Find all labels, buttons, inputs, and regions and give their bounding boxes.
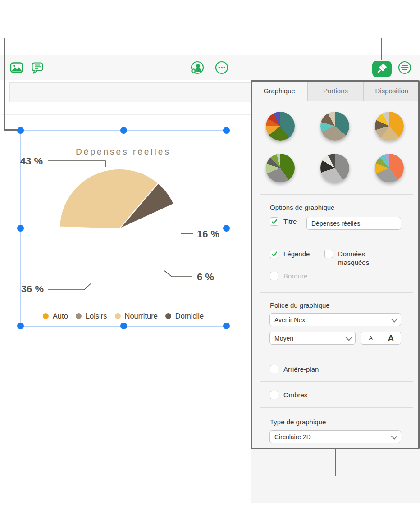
- border-checkbox[interactable]: [270, 272, 278, 280]
- callout-36: [48, 283, 91, 290]
- selection-handle-top-right[interactable]: [223, 127, 230, 134]
- title-checkbox-label: Titre: [283, 217, 297, 226]
- organize-icon[interactable]: [397, 60, 412, 75]
- chart-style-thumbnail-2[interactable]: [320, 112, 349, 141]
- shadows-checkbox-row: Ombres: [270, 391, 307, 399]
- selection-handle-top-left[interactable]: [17, 127, 24, 134]
- callout-line-format-button: [381, 38, 382, 60]
- format-paintbrush-icon: [372, 61, 392, 77]
- legend-checkbox-label: Légende: [283, 250, 310, 258]
- legend-label: Nourriture: [125, 312, 158, 320]
- chart-style-thumbnail-5[interactable]: [320, 154, 349, 182]
- increase-font-size-button[interactable]: A: [381, 332, 401, 344]
- background-checkbox-label: Arrière-plan: [283, 365, 319, 373]
- callout-line-left-horizontal: [4, 129, 18, 131]
- font-family-dropdown[interactable]: Avenir Next: [269, 313, 401, 326]
- title-checkbox[interactable]: [270, 217, 278, 226]
- selection-handle-bottom-right[interactable]: [223, 323, 230, 329]
- hidden-data-line2: masquées: [338, 259, 369, 266]
- border-checkbox-label: Bordure: [283, 272, 307, 280]
- font-size-segmented-control: A A: [361, 332, 401, 345]
- chevron-down-icon: [388, 431, 401, 443]
- font-weight-value: Moyen: [270, 335, 342, 342]
- slice-label-auto: 16 %: [197, 229, 219, 240]
- font-family-value: Avenir Next: [270, 316, 388, 323]
- legend-swatch-domicile: [165, 313, 171, 319]
- pie-slice-nourriture[interactable]: [59, 169, 158, 229]
- chevron-down-icon: [342, 332, 355, 344]
- chart-title-input[interactable]: [306, 217, 401, 230]
- shadows-checkbox-label: Ombres: [283, 391, 307, 399]
- divider: [260, 238, 413, 238]
- tab-disposition[interactable]: Disposition: [363, 81, 420, 101]
- legend-swatch-auto: [43, 313, 49, 319]
- chart-type-value: Circulaire 2D: [270, 433, 388, 441]
- chart-style-thumbnail-4[interactable]: [266, 154, 295, 182]
- slice-label-nourriture: 36 %: [14, 284, 44, 295]
- chart-type-heading: Type de graphique: [270, 418, 326, 426]
- pie-chart: [0, 80, 251, 447]
- slice-label-domicile: 43 %: [13, 156, 43, 167]
- legend-item: Loisirs: [76, 312, 107, 320]
- chart-style-thumbnail-1[interactable]: [266, 112, 295, 141]
- divider: [260, 292, 413, 293]
- pie-slices[interactable]: [59, 169, 174, 229]
- add-collaborator-icon[interactable]: [190, 60, 205, 75]
- slice-label-loisirs: 6 %: [197, 272, 214, 282]
- chart-style-thumbnail-3[interactable]: [375, 112, 404, 141]
- media-icon[interactable]: [9, 60, 24, 75]
- legend-checkbox[interactable]: [270, 250, 278, 258]
- divider: [260, 355, 413, 355]
- chart-type-dropdown[interactable]: Circulaire 2D: [269, 430, 401, 443]
- background-checkbox[interactable]: [270, 365, 278, 373]
- format-sidebar: Graphique Portions Disposition Options d…: [251, 81, 420, 503]
- hidden-data-line1: Données: [338, 250, 365, 258]
- toolbar: [0, 55, 420, 81]
- legend-label: Domicile: [175, 312, 204, 320]
- page: Dépenses réelles 43 % 16 % 6 % 36 % Auto: [0, 0, 420, 510]
- hidden-data-checkbox-row: Données masquées: [324, 250, 369, 267]
- shadows-checkbox[interactable]: [270, 391, 278, 399]
- selection-handle-bottom-center[interactable]: [120, 323, 127, 329]
- sidebar-tabbar: Graphique Portions Disposition: [251, 81, 420, 101]
- hidden-data-checkbox[interactable]: [324, 250, 333, 258]
- legend-swatch-loisirs: [76, 313, 82, 319]
- font-heading: Police du graphique: [270, 301, 330, 309]
- divider: [260, 407, 413, 408]
- options-heading: Options de graphique: [270, 204, 334, 211]
- font-weight-dropdown[interactable]: Moyen: [269, 332, 356, 345]
- legend-swatch-nourriture: [115, 313, 121, 319]
- comment-icon[interactable]: [30, 60, 45, 75]
- selection-handle-middle-right[interactable]: [223, 225, 230, 232]
- tab-graphique[interactable]: Graphique: [251, 81, 307, 101]
- legend-label: Loisirs: [86, 312, 107, 320]
- divider: [260, 194, 413, 195]
- callout-6: [164, 271, 192, 277]
- decrease-font-size-button[interactable]: A: [361, 332, 381, 344]
- border-checkbox-row: Bordure: [270, 272, 307, 280]
- divider: [260, 381, 413, 382]
- legend-item: Domicile: [165, 312, 204, 320]
- callout-line-sidebar-stem: [335, 449, 336, 476]
- hidden-data-checkbox-label: Données masquées: [338, 250, 369, 267]
- background-checkbox-row: Arrière-plan: [270, 365, 319, 373]
- chart-style-thumbnail-6[interactable]: [375, 154, 404, 182]
- legend-item: Nourriture: [115, 312, 158, 320]
- callout-line-left-vertical: [4, 38, 5, 131]
- chart-legend: Auto Loisirs Nourriture Domicile: [20, 312, 226, 320]
- chevron-down-icon: [388, 314, 401, 326]
- title-checkbox-row: Titre: [270, 217, 297, 226]
- document-canvas[interactable]: Dépenses réelles 43 % 16 % 6 % 36 % Auto: [0, 80, 251, 447]
- selection-handle-top-center[interactable]: [120, 127, 127, 134]
- legend-item: Auto: [43, 312, 68, 320]
- selection-handle-middle-left[interactable]: [17, 225, 24, 232]
- legend-label: Auto: [53, 312, 68, 320]
- format-paintbrush-button[interactable]: [372, 61, 392, 77]
- app-window: Dépenses réelles 43 % 16 % 6 % 36 % Auto: [0, 55, 420, 447]
- legend-checkbox-row: Légende: [270, 250, 310, 258]
- tab-portions[interactable]: Portions: [307, 81, 364, 101]
- selection-handle-bottom-left[interactable]: [17, 323, 24, 329]
- more-icon[interactable]: [214, 60, 229, 75]
- callout-43: [48, 161, 105, 167]
